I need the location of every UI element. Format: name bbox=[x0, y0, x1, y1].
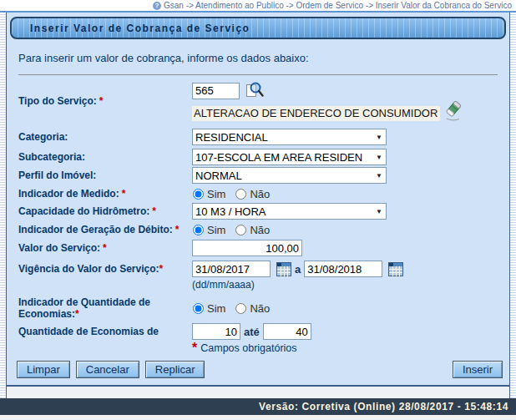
content-frame: Inserir Valor de Cobrança de Serviço Par… bbox=[0, 13, 516, 398]
required-asterisk: * bbox=[103, 242, 107, 254]
cancelar-button[interactable]: Cancelar bbox=[76, 361, 139, 378]
quantidade-economias-label: Quantidade de Economias de bbox=[18, 326, 192, 337]
subcategoria-select[interactable]: 107-ESCOLA EM AREA RESIDEN ▼ bbox=[192, 149, 387, 165]
perfil-imovel-label-text: Perfil do Imóvel: bbox=[18, 170, 96, 181]
quantidade-economias-row: Quantidade de Economias de até bbox=[18, 323, 509, 340]
indicador-medido-row: Indicador de Medido:* Sim Não bbox=[18, 186, 509, 201]
form: Tipo do Serviço:* bbox=[18, 80, 509, 354]
indicador-qtd-economias-sim-label[interactable]: Sim bbox=[207, 302, 225, 315]
perfil-imovel-row: Perfil do Imóvel: NORMAL ▼ bbox=[18, 167, 509, 184]
tipo-servico-description: ALTERACAO DE ENDERECO DE CONSUMIDOR bbox=[192, 106, 440, 121]
right-border-decoration bbox=[509, 13, 516, 398]
version-text: Versão: Corretiva (Online) 28/08/2017 - … bbox=[259, 401, 508, 412]
indicador-qtd-economias-nao-radio[interactable] bbox=[235, 303, 246, 314]
indicador-medido-sim-label[interactable]: Sim bbox=[207, 188, 225, 200]
categoria-label: Categoria: bbox=[18, 131, 192, 143]
indicador-medido-nao-label[interactable]: Não bbox=[250, 188, 270, 200]
economias-ate-input[interactable] bbox=[263, 323, 311, 340]
valor-servico-input[interactable] bbox=[192, 240, 302, 256]
search-icon[interactable] bbox=[245, 80, 265, 101]
button-row: Limpar Cancelar Replicar Inserir bbox=[17, 361, 503, 378]
indicador-medido-sim-radio[interactable] bbox=[193, 189, 204, 200]
page-title: Inserir Valor de Cobrança de Serviço bbox=[10, 17, 506, 39]
categoria-row: Categoria: RESIDENCIAL ▼ bbox=[18, 129, 509, 145]
page-bottom-margin bbox=[0, 415, 516, 420]
subcategoria-label-text: Subcategoria: bbox=[18, 151, 85, 163]
categoria-select[interactable]: RESIDENCIAL ▼ bbox=[192, 129, 387, 145]
chevron-down-icon: ▼ bbox=[376, 172, 382, 180]
economias-de-input[interactable] bbox=[192, 323, 240, 340]
indicador-geracao-debito-sim-label[interactable]: Sim bbox=[207, 224, 225, 236]
limpar-button[interactable]: Limpar bbox=[17, 361, 70, 378]
indicador-geracao-debito-sim-radio[interactable] bbox=[193, 225, 204, 235]
required-note-row: * Campos obrigatórios bbox=[18, 342, 509, 354]
valor-servico-label-text: Valor do Serviço: bbox=[18, 242, 100, 254]
indicador-qtd-economias-sim-radio[interactable] bbox=[193, 303, 204, 314]
capacidade-hidrometro-row: Capacidade do Hidrômetro:* 10 M3 / HORA … bbox=[18, 203, 509, 220]
quantidade-economias-label-text: Quantidade de Economias de bbox=[18, 326, 159, 337]
vigencia-inicio-input[interactable] bbox=[192, 261, 271, 277]
indicador-geracao-debito-nao-radio[interactable] bbox=[235, 225, 246, 235]
tipo-servico-code-input[interactable] bbox=[192, 83, 240, 99]
valor-servico-row: Valor do Serviço:* bbox=[18, 240, 509, 256]
vigencia-fim-input[interactable] bbox=[304, 261, 382, 277]
tipo-servico-row: Tipo do Serviço:* bbox=[18, 80, 509, 121]
indicador-geracao-debito-row: Indicador de Geração de Débito:* Sim Não bbox=[18, 222, 509, 237]
categoria-label-text: Categoria: bbox=[18, 131, 68, 143]
required-asterisk: * bbox=[175, 224, 180, 235]
inserir-button[interactable]: Inserir bbox=[453, 361, 503, 378]
instructions-text: Para inserir um valor de cobrança, infor… bbox=[18, 52, 509, 64]
indicador-qtd-economias-label: Indicador de Quantidade de Economias:* bbox=[18, 296, 192, 320]
tipo-servico-label: Tipo do Serviço:* bbox=[18, 95, 192, 107]
date-format-hint-row: (dd/mm/aaaa) bbox=[18, 279, 509, 291]
footer-bar: Versão: Corretiva (Online) 28/08/2017 - … bbox=[0, 398, 516, 415]
left-border-decoration bbox=[0, 13, 7, 398]
chevron-down-icon: ▼ bbox=[376, 134, 382, 141]
capacidade-hidrometro-select[interactable]: 10 M3 / HORA ▼ bbox=[192, 203, 387, 220]
calendar-icon[interactable] bbox=[388, 262, 403, 276]
indicador-geracao-debito-label: Indicador de Geração de Débito:* bbox=[18, 224, 192, 235]
form-panel: Inserir Valor de Cobrança de Serviço Par… bbox=[7, 13, 509, 387]
indicador-qtd-economias-nao-label[interactable]: Não bbox=[250, 302, 270, 315]
indicador-qtd-economias-label-text: Indicador de Quantidade de Economias: bbox=[18, 296, 150, 320]
categoria-select-value: RESIDENCIAL bbox=[195, 131, 372, 144]
help-icon[interactable]: ? bbox=[153, 2, 161, 10]
chevron-down-icon: ▼ bbox=[376, 208, 382, 215]
tipo-servico-fields: ALTERACAO DE ENDERECO DE CONSUMIDOR bbox=[192, 80, 463, 121]
indicador-geracao-debito-nao-label[interactable]: Não bbox=[250, 224, 270, 236]
qty-range-separator: até bbox=[244, 326, 260, 338]
valor-servico-label: Valor do Serviço:* bbox=[18, 242, 192, 254]
required-asterisk: * bbox=[122, 188, 126, 200]
perfil-imovel-select[interactable]: NORMAL ▼ bbox=[192, 167, 387, 184]
replicar-button[interactable]: Replicar bbox=[145, 361, 205, 378]
capacidade-hidrometro-label: Capacidade do Hidrômetro:* bbox=[18, 205, 192, 217]
perfil-imovel-label: Perfil do Imóvel: bbox=[18, 170, 192, 181]
page: ? Gsan -> Atendimento ao Publico -> Orde… bbox=[0, 0, 516, 420]
separator bbox=[18, 74, 498, 75]
required-asterisk: * bbox=[75, 308, 79, 320]
indicador-medido-label-text: Indicador de Medido: bbox=[18, 188, 119, 200]
required-asterisk: * bbox=[99, 95, 104, 107]
breadcrumb: Gsan -> Atendimento ao Publico -> Ordem … bbox=[164, 1, 512, 10]
indicador-geracao-debito-label-text: Indicador de Geração de Débito: bbox=[18, 224, 173, 235]
capacidade-hidrometro-select-value: 10 M3 / HORA bbox=[195, 205, 372, 218]
subcategoria-select-value: 107-ESCOLA EM AREA RESIDEN bbox=[195, 151, 372, 164]
bottom-gap bbox=[7, 387, 509, 398]
tipo-servico-label-text: Tipo do Serviço: bbox=[18, 95, 97, 107]
breadcrumb-bar: ? Gsan -> Atendimento ao Publico -> Orde… bbox=[0, 0, 516, 11]
calendar-icon[interactable] bbox=[276, 262, 291, 276]
date-format-hint: (dd/mm/aaaa) bbox=[192, 279, 255, 291]
eraser-icon[interactable] bbox=[443, 99, 463, 121]
required-asterisk: * bbox=[152, 205, 156, 217]
vigencia-label-text: Vigência do Valor do Serviço: bbox=[18, 263, 159, 275]
required-asterisk: * bbox=[159, 263, 164, 275]
chevron-down-icon: ▼ bbox=[376, 154, 382, 161]
subcategoria-label: Subcategoria: bbox=[18, 151, 192, 163]
vigencia-row: Vigência do Valor do Serviço:* bbox=[18, 261, 509, 277]
vigencia-label: Vigência do Valor do Serviço:* bbox=[18, 263, 192, 275]
capacidade-hidrometro-label-text: Capacidade do Hidrômetro: bbox=[18, 205, 149, 217]
required-asterisk: * bbox=[192, 341, 197, 356]
indicador-medido-label: Indicador de Medido:* bbox=[18, 188, 192, 200]
indicador-medido-nao-radio[interactable] bbox=[235, 189, 246, 200]
subcategoria-row: Subcategoria: 107-ESCOLA EM AREA RESIDEN… bbox=[18, 149, 509, 165]
